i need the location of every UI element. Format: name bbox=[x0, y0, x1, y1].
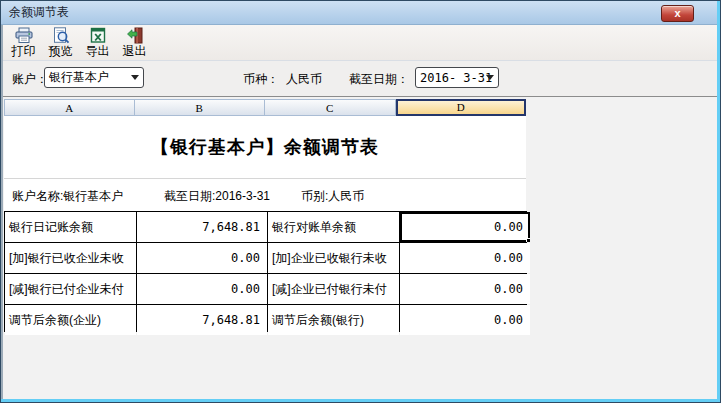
selected-cell[interactable]: 0.00 bbox=[400, 212, 531, 242]
fill-handle[interactable] bbox=[526, 238, 530, 242]
preview-button-label: 预览 bbox=[49, 44, 73, 58]
table-cell-label[interactable]: 银行日记账余额 bbox=[5, 212, 136, 242]
column-header-row: A B C D bbox=[4, 99, 526, 116]
column-header-c[interactable]: C bbox=[265, 99, 396, 116]
table-cell-label[interactable]: [加]银行已收企业未收 bbox=[5, 243, 136, 273]
info-account-name: 账户名称:银行基本户 bbox=[12, 188, 123, 205]
table-cell-label[interactable]: [减]银行已付企业未付 bbox=[5, 274, 136, 304]
window-title: 余额调节表 bbox=[9, 4, 69, 21]
exit-button[interactable]: 退出 bbox=[118, 27, 151, 58]
window-border-bottom bbox=[1, 399, 720, 402]
table-cell-value[interactable]: 7,648.81 bbox=[137, 212, 268, 242]
close-icon: x bbox=[674, 7, 680, 19]
exit-icon bbox=[126, 27, 144, 44]
info-currency: 币别:人民币 bbox=[301, 188, 364, 205]
preview-button[interactable]: 预览 bbox=[44, 27, 77, 58]
title-bar: 余额调节表 bbox=[1, 1, 720, 25]
chevron-down-icon bbox=[486, 75, 494, 80]
date-select[interactable]: 2016- 3-31 bbox=[415, 67, 499, 88]
export-button[interactable]: 导出 bbox=[81, 27, 114, 58]
column-header-b[interactable]: B bbox=[135, 99, 266, 116]
selected-cell-value: 0.00 bbox=[494, 220, 523, 234]
print-button-label: 打印 bbox=[12, 44, 36, 58]
spreadsheet-panel: A B C D 【银行基本户】余额调节表 账户名称:银行基本户 截至日期:201… bbox=[2, 96, 719, 402]
column-header-a[interactable]: A bbox=[4, 99, 135, 116]
info-cutoff-date: 截至日期:2016-3-31 bbox=[164, 188, 270, 205]
table-cell-label[interactable]: [加]企业已收银行未收 bbox=[268, 243, 399, 273]
table-cell-value[interactable]: 0.00 bbox=[137, 243, 268, 273]
window-border-right bbox=[717, 1, 720, 402]
window-border-left bbox=[1, 25, 3, 403]
table-cell-label[interactable]: 银行对账单余额 bbox=[268, 212, 399, 242]
date-label: 截至日期： bbox=[349, 71, 409, 88]
table-cell-label[interactable]: 调节后余额(企业) bbox=[5, 305, 136, 335]
account-label: 账户： bbox=[12, 71, 48, 88]
app-window: 余额调节表 x 打印 bbox=[0, 0, 721, 403]
date-select-value: 2016- 3-31 bbox=[420, 71, 492, 85]
toolbar: 打印 预览 bbox=[2, 25, 719, 61]
exit-button-label: 退出 bbox=[123, 44, 147, 58]
printer-icon bbox=[15, 27, 33, 44]
sheet-area: 【银行基本户】余额调节表 账户名称:银行基本户 截至日期:2016-3-31 币… bbox=[4, 116, 526, 332]
table-cell-label[interactable]: [减]企业已付银行未付 bbox=[268, 274, 399, 304]
currency-label: 币种： bbox=[243, 71, 279, 88]
chevron-down-icon bbox=[131, 75, 139, 80]
table-cell-label[interactable]: 调节后余额(银行) bbox=[268, 305, 399, 335]
close-button[interactable]: x bbox=[661, 5, 694, 22]
account-select-value: 银行基本户 bbox=[49, 69, 109, 86]
sheet-title: 【银行基本户】余额调节表 bbox=[4, 116, 526, 178]
account-select[interactable]: 银行基本户 bbox=[44, 67, 144, 88]
table-cell-value[interactable]: 0.00 bbox=[400, 243, 531, 273]
table-cell-value[interactable]: 0.00 bbox=[400, 305, 531, 335]
table-cell-value[interactable]: 0.00 bbox=[137, 274, 268, 304]
export-button-label: 导出 bbox=[86, 44, 110, 58]
table-cell-value[interactable]: 7,648.81 bbox=[137, 305, 268, 335]
export-excel-icon bbox=[89, 27, 107, 44]
filter-bar: 账户： 银行基本户 币种： 人民币 截至日期： 2016- 3-31 bbox=[2, 61, 719, 96]
column-header-d[interactable]: D bbox=[396, 99, 527, 116]
sheet-info-row: 账户名称:银行基本户 截至日期:2016-3-31 币别:人民币 bbox=[4, 178, 526, 211]
currency-value: 人民币 bbox=[286, 71, 322, 88]
preview-icon bbox=[52, 27, 70, 44]
table-cell-value[interactable]: 0.00 bbox=[400, 274, 531, 304]
reconciliation-table: 银行日记账余额 7,648.81 银行对账单余额 0.00 [加]银行已收企业未… bbox=[4, 211, 527, 332]
print-button[interactable]: 打印 bbox=[7, 27, 40, 58]
